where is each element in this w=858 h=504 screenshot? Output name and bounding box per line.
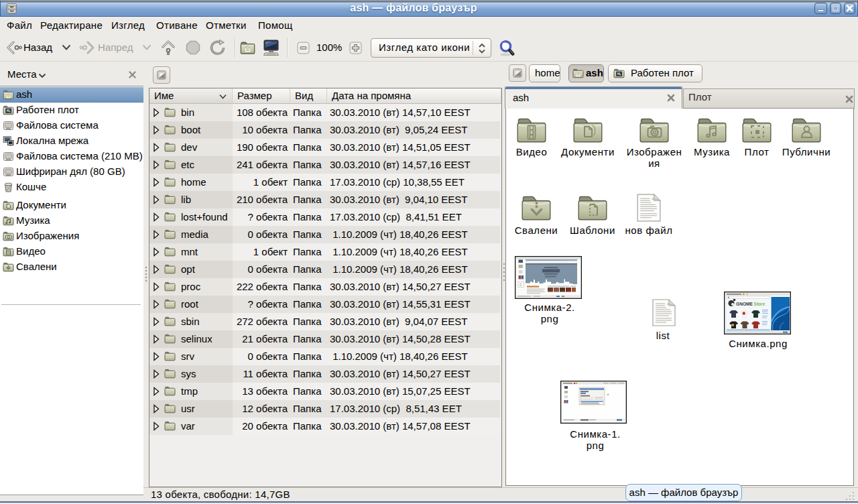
svg-text:Store: Store — [754, 302, 765, 306]
svg-text:GNOME: GNOME — [736, 302, 753, 306]
